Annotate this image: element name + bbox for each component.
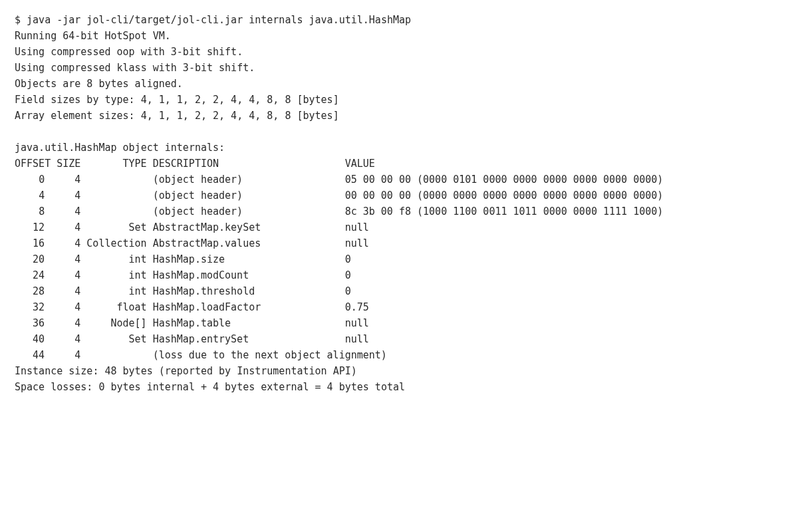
cell-description: AbstractMap.values [153, 235, 345, 251]
table-row: 44(object header)00 00 00 00 (0000 0000 … [15, 188, 783, 203]
cell-value: null [345, 235, 783, 251]
cell-description: HashMap.modCount [153, 267, 345, 283]
cell-size: 4 [57, 172, 86, 188]
cell-description: (object header) [153, 203, 345, 219]
summary-block: Instance size: 48 bytes (reported by Ins… [15, 363, 783, 395]
cell-type [86, 172, 152, 188]
vm-info-line: Field sizes by type: 4, 1, 1, 2, 2, 4, 4… [15, 92, 783, 108]
cell-type: Set [86, 219, 152, 235]
cell-value [345, 347, 783, 363]
terminal-output: $ java -jar jol-cli/target/jol-cli.jar i… [15, 12, 783, 395]
cell-type: int [86, 267, 152, 283]
table-row: 444(loss due to the next object alignmen… [15, 347, 783, 363]
table-row: 164CollectionAbstractMap.valuesnull [15, 235, 783, 251]
cell-description: (loss due to the next object alignment) [153, 347, 345, 363]
cell-size: 4 [57, 283, 86, 299]
cell-value: 8c 3b 00 f8 (1000 1100 0011 1011 0000 00… [345, 203, 783, 219]
cell-value: 0 [345, 251, 783, 267]
cell-size: 4 [57, 299, 86, 315]
header-size: SIZE [57, 156, 86, 172]
cell-offset: 4 [15, 188, 57, 203]
table-row: 04(object header)05 00 00 00 (0000 0101 … [15, 172, 783, 188]
cell-size: 4 [57, 347, 86, 363]
header-offset: OFFSET [15, 156, 57, 172]
cell-value: 05 00 00 00 (0000 0101 0000 0000 0000 00… [345, 172, 783, 188]
table-row: 204intHashMap.size0 [15, 251, 783, 267]
cell-type [86, 347, 152, 363]
header-description: DESCRIPTION [153, 156, 345, 172]
cell-description: (object header) [153, 188, 345, 203]
cell-value: 0 [345, 267, 783, 283]
cell-offset: 8 [15, 203, 57, 219]
cell-offset: 12 [15, 219, 57, 235]
vm-info-line: Objects are 8 bytes aligned. [15, 76, 783, 92]
cell-value: null [345, 315, 783, 331]
cell-type [86, 188, 152, 203]
vm-info-line: Using compressed oop with 3-bit shift. [15, 44, 783, 60]
header-type: TYPE [86, 156, 152, 172]
cell-size: 4 [57, 315, 86, 331]
cell-description: (object header) [153, 172, 345, 188]
cell-offset: 28 [15, 283, 57, 299]
table-row: 364Node[]HashMap.tablenull [15, 315, 783, 331]
cell-value: 00 00 00 00 (0000 0000 0000 0000 0000 00… [345, 188, 783, 203]
blank-line [15, 124, 783, 140]
cell-offset: 32 [15, 299, 57, 315]
cell-offset: 44 [15, 347, 57, 363]
cell-size: 4 [57, 331, 86, 347]
cell-type: Node[] [86, 315, 152, 331]
internals-table-body: 04(object header)05 00 00 00 (0000 0101 … [15, 172, 783, 363]
summary-line: Space losses: 0 bytes internal + 4 bytes… [15, 379, 783, 395]
cell-description: HashMap.size [153, 251, 345, 267]
header-value: VALUE [345, 156, 783, 172]
table-row: 244intHashMap.modCount0 [15, 267, 783, 283]
cell-value: null [345, 219, 783, 235]
vm-info-line: Running 64-bit HotSpot VM. [15, 28, 783, 44]
cell-type: int [86, 283, 152, 299]
vm-info-block: Running 64-bit HotSpot VM.Using compress… [15, 28, 783, 124]
table-row: 84(object header)8c 3b 00 f8 (1000 1100 … [15, 203, 783, 219]
cell-size: 4 [57, 203, 86, 219]
cell-description: AbstractMap.keySet [153, 219, 345, 235]
cell-value: null [345, 331, 783, 347]
cell-offset: 20 [15, 251, 57, 267]
cell-description: HashMap.threshold [153, 283, 345, 299]
cell-description: HashMap.loadFactor [153, 299, 345, 315]
cell-size: 4 [57, 267, 86, 283]
table-header-row: OFFSET SIZE TYPE DESCRIPTION VALUE [15, 156, 783, 172]
cell-size: 4 [57, 235, 86, 251]
cell-type: float [86, 299, 152, 315]
internals-title: java.util.HashMap object internals: [15, 140, 783, 156]
cell-description: HashMap.entrySet [153, 331, 345, 347]
vm-info-line: Array element sizes: 4, 1, 1, 2, 2, 4, 4… [15, 108, 783, 124]
cell-offset: 0 [15, 172, 57, 188]
cell-size: 4 [57, 251, 86, 267]
table-row: 324floatHashMap.loadFactor0.75 [15, 299, 783, 315]
cell-offset: 16 [15, 235, 57, 251]
cell-type: Collection [86, 235, 152, 251]
cell-size: 4 [57, 188, 86, 203]
prompt-symbol: $ [15, 14, 27, 26]
summary-line: Instance size: 48 bytes (reported by Ins… [15, 363, 783, 379]
cell-value: 0 [345, 283, 783, 299]
cell-type: Set [86, 331, 152, 347]
cell-type [86, 203, 152, 219]
table-row: 404SetHashMap.entrySetnull [15, 331, 783, 347]
table-row: 284intHashMap.threshold0 [15, 283, 783, 299]
command-text: java -jar jol-cli/target/jol-cli.jar int… [27, 14, 411, 26]
cell-offset: 24 [15, 267, 57, 283]
command-line: $ java -jar jol-cli/target/jol-cli.jar i… [15, 12, 783, 28]
cell-offset: 40 [15, 331, 57, 347]
cell-type: int [86, 251, 152, 267]
vm-info-line: Using compressed klass with 3-bit shift. [15, 60, 783, 76]
cell-offset: 36 [15, 315, 57, 331]
cell-size: 4 [57, 219, 86, 235]
cell-description: HashMap.table [153, 315, 345, 331]
cell-value: 0.75 [345, 299, 783, 315]
table-row: 124SetAbstractMap.keySetnull [15, 219, 783, 235]
